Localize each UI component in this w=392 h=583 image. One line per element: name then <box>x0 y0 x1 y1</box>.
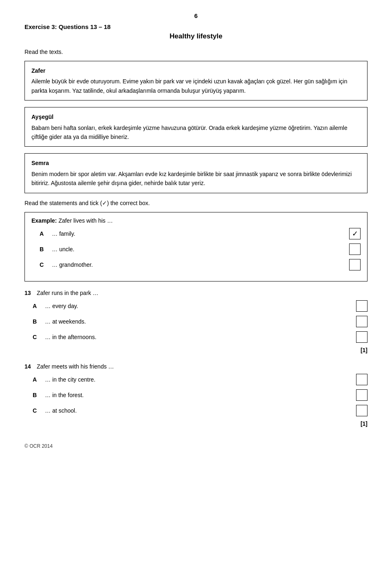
question-13: 13 Zafer runs in the park … A … every da… <box>24 290 368 353</box>
tick-box-a[interactable] <box>349 228 361 239</box>
option-text-c: … grandmother. <box>52 261 345 268</box>
example-option-b[interactable]: B … uncle. <box>31 243 361 255</box>
text-box-aysegul: Ayşegül Babam beni hafta sonları, erkek … <box>24 107 368 147</box>
option-text-b: … uncle. <box>52 246 345 252</box>
q14-tick-c[interactable] <box>356 405 368 416</box>
q14-text-a: … in the city centre. <box>45 376 352 383</box>
speaker-zafer: Zafer <box>31 66 361 75</box>
speaker-semra: Semra <box>31 159 361 168</box>
q14-option-a[interactable]: A … in the city centre. <box>24 374 368 385</box>
q14-letter-c: C <box>33 407 45 414</box>
example-box: Example: Zafer lives with his … A … fami… <box>24 212 368 281</box>
semra-content: Benim modern bir spor aletim var. Akşaml… <box>31 171 352 186</box>
q13-text-a: … every day. <box>45 303 352 309</box>
q14-mark: [1] <box>24 420 368 427</box>
text-box-zafer: Zafer Ailemle büyük bir evde oturuyorum.… <box>24 61 368 101</box>
exercise-title: Exercise 3: Questions 13 – 18 <box>24 23 368 30</box>
example-label: Example: Zafer lives with his … <box>31 217 361 224</box>
q13-text-c: … in the afternoons. <box>45 334 352 340</box>
q14-tick-b[interactable] <box>356 389 368 401</box>
q14-text-b: … in the forest. <box>45 392 352 398</box>
question-14-header: 14 Zafer meets with his friends … <box>24 363 368 370</box>
question-13-number: 13 <box>24 290 37 296</box>
q13-tick-a[interactable] <box>356 300 368 312</box>
question-13-header: 13 Zafer runs in the park … <box>24 290 368 296</box>
q13-option-b[interactable]: B … at weekends. <box>24 316 368 327</box>
topic-title: Healthy lifestyle <box>24 32 368 40</box>
q13-letter-a: A <box>33 303 45 309</box>
q13-letter-b: B <box>33 318 45 325</box>
question-14-text: Zafer meets with his friends … <box>37 363 114 370</box>
q13-tick-b[interactable] <box>356 316 368 327</box>
question-14-number: 14 <box>24 363 37 370</box>
zafer-content: Ailemle büyük bir evde oturuyorum. Evime… <box>31 78 347 94</box>
question-13-text: Zafer runs in the park … <box>37 290 98 296</box>
q13-tick-c[interactable] <box>356 331 368 343</box>
q14-option-c[interactable]: C … at school. <box>24 405 368 416</box>
q14-option-b[interactable]: B … in the forest. <box>24 389 368 401</box>
question-14: 14 Zafer meets with his friends … A … in… <box>24 363 368 427</box>
tick-box-c[interactable] <box>349 259 361 270</box>
q13-option-c[interactable]: C … in the afternoons. <box>24 331 368 343</box>
q14-letter-b: B <box>33 392 45 398</box>
text-box-semra: Semra Benim modern bir spor aletim var. … <box>24 153 368 193</box>
option-letter-a: A <box>40 230 52 237</box>
copyright: © OCR 2014 <box>24 443 368 449</box>
tick-box-b[interactable] <box>349 243 361 255</box>
option-letter-c: C <box>40 261 52 268</box>
q14-letter-a: A <box>33 376 45 383</box>
read-instruction: Read the texts. <box>24 49 368 55</box>
q13-mark: [1] <box>24 347 368 353</box>
q14-tick-a[interactable] <box>356 374 368 385</box>
speaker-aysegul: Ayşegül <box>31 112 361 121</box>
q13-option-a[interactable]: A … every day. <box>24 300 368 312</box>
example-option-c[interactable]: C … grandmother. <box>31 259 361 270</box>
aysegul-content: Babam beni hafta sonları, erkek kardeşim… <box>31 125 347 140</box>
tick-instruction: Read the statements and tick (✓) the cor… <box>24 200 368 206</box>
q13-text-b: … at weekends. <box>45 318 352 325</box>
example-option-a[interactable]: A … family. <box>31 228 361 239</box>
option-letter-b: B <box>40 246 52 252</box>
question-14-options: A … in the city centre. B … in the fores… <box>24 374 368 416</box>
question-13-options: A … every day. B … at weekends. C … in t… <box>24 300 368 343</box>
option-text-a: … family. <box>52 230 345 237</box>
page-number: 6 <box>24 12 368 19</box>
q13-letter-c: C <box>33 334 45 340</box>
q14-text-c: … at school. <box>45 407 352 414</box>
